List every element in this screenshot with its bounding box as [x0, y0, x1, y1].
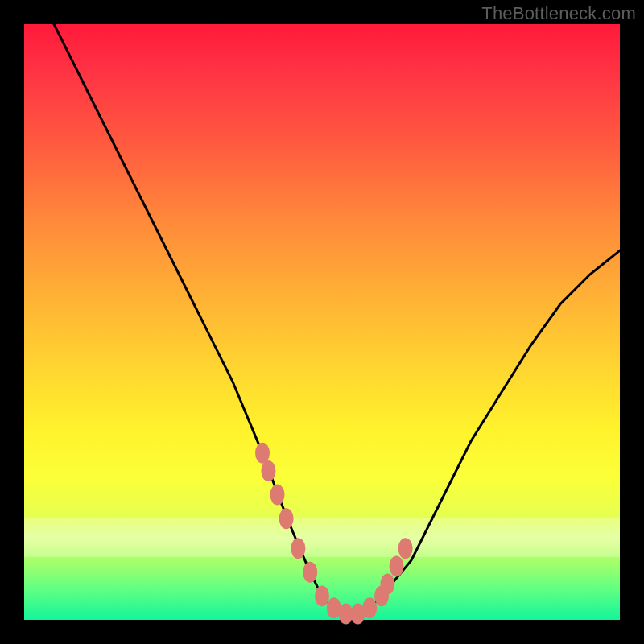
marker-point: [398, 538, 413, 559]
bottleneck-curve: [54, 24, 620, 614]
marker-point: [390, 555, 404, 576]
marker-point: [303, 562, 317, 583]
marker-point: [279, 508, 294, 529]
marker-point: [261, 460, 275, 481]
plot-area: [24, 24, 620, 620]
marker-point: [380, 574, 394, 595]
watermark-text: TheBottleneck.com: [481, 3, 636, 24]
curve-svg: [24, 24, 620, 620]
marker-point: [255, 443, 270, 464]
marker-point: [291, 538, 305, 559]
chart-frame: TheBottleneck.com: [0, 0, 644, 644]
marker-point: [270, 485, 285, 506]
marker-point: [315, 585, 329, 606]
marker-point: [362, 597, 377, 618]
marker-group: [255, 443, 413, 625]
